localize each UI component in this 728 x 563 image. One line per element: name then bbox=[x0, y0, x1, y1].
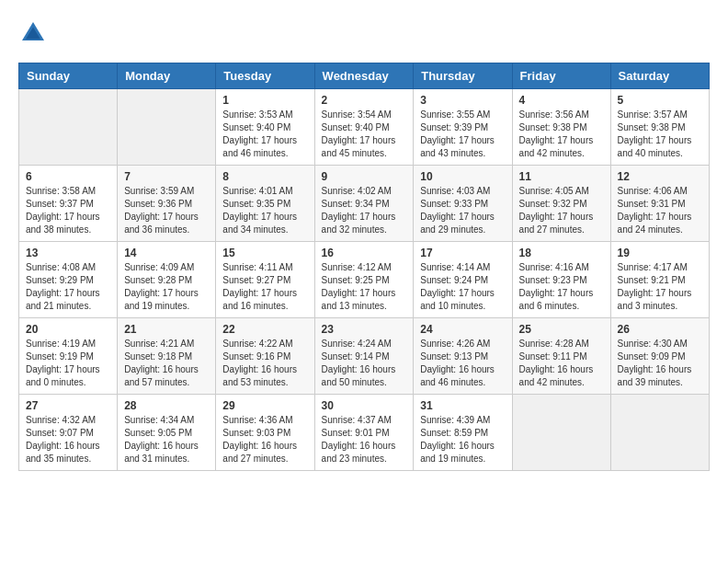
logo bbox=[18, 18, 53, 48]
day-of-week-header: Wednesday bbox=[314, 63, 414, 89]
calendar-cell bbox=[19, 89, 118, 166]
day-number: 18 bbox=[519, 247, 604, 259]
day-number: 27 bbox=[26, 399, 110, 412]
day-info: Sunrise: 3:58 AMSunset: 9:37 PMDaylight:… bbox=[26, 185, 110, 236]
day-info: Sunrise: 4:34 AMSunset: 9:05 PMDaylight:… bbox=[124, 414, 209, 465]
calendar-cell: 11Sunrise: 4:05 AMSunset: 9:32 PMDayligh… bbox=[512, 166, 610, 242]
day-info: Sunrise: 4:14 AMSunset: 9:24 PMDaylight:… bbox=[420, 261, 505, 313]
day-number: 8 bbox=[222, 170, 307, 183]
calendar-cell: 9Sunrise: 4:02 AMSunset: 9:34 PMDaylight… bbox=[314, 166, 414, 242]
day-info: Sunrise: 4:05 AMSunset: 9:32 PMDaylight:… bbox=[519, 185, 604, 236]
day-number: 31 bbox=[420, 399, 505, 412]
calendar-week-row: 1Sunrise: 3:53 AMSunset: 9:40 PMDaylight… bbox=[19, 89, 710, 166]
calendar-cell: 10Sunrise: 4:03 AMSunset: 9:33 PMDayligh… bbox=[414, 166, 512, 242]
day-info: Sunrise: 4:19 AMSunset: 9:19 PMDaylight:… bbox=[26, 338, 110, 389]
day-info: Sunrise: 4:32 AMSunset: 9:07 PMDaylight:… bbox=[26, 414, 110, 465]
page-header bbox=[18, 18, 710, 48]
day-number: 2 bbox=[322, 94, 407, 107]
calendar-cell: 6Sunrise: 3:58 AMSunset: 9:37 PMDaylight… bbox=[19, 166, 118, 242]
calendar-cell: 4Sunrise: 3:56 AMSunset: 9:38 PMDaylight… bbox=[512, 89, 610, 166]
calendar-cell bbox=[512, 395, 610, 471]
day-number: 6 bbox=[26, 170, 110, 183]
day-number: 15 bbox=[222, 247, 307, 259]
calendar-cell: 30Sunrise: 4:37 AMSunset: 9:01 PMDayligh… bbox=[314, 395, 414, 471]
day-info: Sunrise: 4:01 AMSunset: 9:35 PMDaylight:… bbox=[222, 185, 307, 236]
day-info: Sunrise: 3:57 AMSunset: 9:38 PMDaylight:… bbox=[618, 109, 702, 160]
calendar-week-row: 20Sunrise: 4:19 AMSunset: 9:19 PMDayligh… bbox=[19, 318, 710, 395]
day-of-week-header: Monday bbox=[118, 63, 216, 89]
day-of-week-header: Thursday bbox=[414, 63, 512, 89]
day-number: 24 bbox=[420, 323, 505, 336]
day-of-week-header: Friday bbox=[512, 63, 610, 89]
day-number: 7 bbox=[124, 170, 209, 183]
day-number: 20 bbox=[26, 323, 110, 336]
day-number: 10 bbox=[420, 170, 505, 183]
day-number: 23 bbox=[322, 323, 407, 336]
day-info: Sunrise: 3:55 AMSunset: 9:39 PMDaylight:… bbox=[420, 109, 505, 160]
calendar-table: SundayMondayTuesdayWednesdayThursdayFrid… bbox=[18, 63, 710, 471]
day-info: Sunrise: 4:39 AMSunset: 8:59 PMDaylight:… bbox=[420, 414, 505, 465]
calendar-cell: 8Sunrise: 4:01 AMSunset: 9:35 PMDaylight… bbox=[216, 166, 314, 242]
day-info: Sunrise: 4:36 AMSunset: 9:03 PMDaylight:… bbox=[222, 414, 307, 465]
day-number: 29 bbox=[222, 399, 307, 412]
day-number: 5 bbox=[618, 94, 702, 107]
day-info: Sunrise: 4:21 AMSunset: 9:18 PMDaylight:… bbox=[124, 338, 209, 389]
calendar-cell: 28Sunrise: 4:34 AMSunset: 9:05 PMDayligh… bbox=[118, 395, 216, 471]
day-number: 17 bbox=[420, 247, 505, 259]
calendar-cell: 1Sunrise: 3:53 AMSunset: 9:40 PMDaylight… bbox=[216, 89, 314, 166]
calendar-cell: 22Sunrise: 4:22 AMSunset: 9:16 PMDayligh… bbox=[216, 318, 314, 395]
day-info: Sunrise: 4:16 AMSunset: 9:23 PMDaylight:… bbox=[519, 261, 604, 313]
calendar-cell: 14Sunrise: 4:09 AMSunset: 9:28 PMDayligh… bbox=[118, 242, 216, 318]
day-info: Sunrise: 4:17 AMSunset: 9:21 PMDaylight:… bbox=[618, 261, 702, 313]
calendar-cell: 7Sunrise: 3:59 AMSunset: 9:36 PMDaylight… bbox=[118, 166, 216, 242]
day-number: 22 bbox=[222, 323, 307, 336]
calendar-cell: 29Sunrise: 4:36 AMSunset: 9:03 PMDayligh… bbox=[216, 395, 314, 471]
day-info: Sunrise: 4:28 AMSunset: 9:11 PMDaylight:… bbox=[519, 338, 604, 389]
calendar-cell: 12Sunrise: 4:06 AMSunset: 9:31 PMDayligh… bbox=[610, 166, 709, 242]
calendar-cell: 15Sunrise: 4:11 AMSunset: 9:27 PMDayligh… bbox=[216, 242, 314, 318]
calendar-cell: 3Sunrise: 3:55 AMSunset: 9:39 PMDaylight… bbox=[414, 89, 512, 166]
day-number: 26 bbox=[618, 323, 702, 336]
day-number: 3 bbox=[420, 94, 505, 107]
day-info: Sunrise: 4:06 AMSunset: 9:31 PMDaylight:… bbox=[618, 185, 702, 236]
day-info: Sunrise: 4:22 AMSunset: 9:16 PMDaylight:… bbox=[222, 338, 307, 389]
calendar-week-row: 27Sunrise: 4:32 AMSunset: 9:07 PMDayligh… bbox=[19, 395, 710, 471]
day-number: 28 bbox=[124, 399, 209, 412]
day-info: Sunrise: 4:11 AMSunset: 9:27 PMDaylight:… bbox=[222, 261, 307, 313]
day-info: Sunrise: 4:30 AMSunset: 9:09 PMDaylight:… bbox=[618, 338, 702, 389]
day-number: 11 bbox=[519, 170, 604, 183]
day-number: 12 bbox=[618, 170, 702, 183]
day-info: Sunrise: 4:08 AMSunset: 9:29 PMDaylight:… bbox=[26, 261, 110, 313]
day-info: Sunrise: 4:03 AMSunset: 9:33 PMDaylight:… bbox=[420, 185, 505, 236]
calendar-week-row: 6Sunrise: 3:58 AMSunset: 9:37 PMDaylight… bbox=[19, 166, 710, 242]
day-number: 30 bbox=[322, 399, 407, 412]
day-number: 9 bbox=[322, 170, 407, 183]
calendar-cell: 21Sunrise: 4:21 AMSunset: 9:18 PMDayligh… bbox=[118, 318, 216, 395]
day-number: 19 bbox=[618, 247, 702, 259]
calendar-cell: 25Sunrise: 4:28 AMSunset: 9:11 PMDayligh… bbox=[512, 318, 610, 395]
calendar-week-row: 13Sunrise: 4:08 AMSunset: 9:29 PMDayligh… bbox=[19, 242, 710, 318]
day-number: 21 bbox=[124, 323, 209, 336]
calendar-cell: 20Sunrise: 4:19 AMSunset: 9:19 PMDayligh… bbox=[19, 318, 118, 395]
day-info: Sunrise: 4:26 AMSunset: 9:13 PMDaylight:… bbox=[420, 338, 505, 389]
calendar-cell bbox=[610, 395, 709, 471]
day-info: Sunrise: 4:02 AMSunset: 9:34 PMDaylight:… bbox=[322, 185, 407, 236]
day-info: Sunrise: 3:56 AMSunset: 9:38 PMDaylight:… bbox=[519, 109, 604, 160]
day-number: 16 bbox=[322, 247, 407, 259]
calendar-cell: 5Sunrise: 3:57 AMSunset: 9:38 PMDaylight… bbox=[610, 89, 709, 166]
day-number: 25 bbox=[519, 323, 604, 336]
calendar-cell: 2Sunrise: 3:54 AMSunset: 9:40 PMDaylight… bbox=[314, 89, 414, 166]
day-number: 13 bbox=[26, 247, 110, 259]
day-info: Sunrise: 4:09 AMSunset: 9:28 PMDaylight:… bbox=[124, 261, 209, 313]
calendar-cell: 24Sunrise: 4:26 AMSunset: 9:13 PMDayligh… bbox=[414, 318, 512, 395]
day-number: 1 bbox=[222, 94, 307, 107]
calendar-header-row: SundayMondayTuesdayWednesdayThursdayFrid… bbox=[19, 63, 710, 89]
day-number: 14 bbox=[124, 247, 209, 259]
calendar-cell: 23Sunrise: 4:24 AMSunset: 9:14 PMDayligh… bbox=[314, 318, 414, 395]
day-info: Sunrise: 4:12 AMSunset: 9:25 PMDaylight:… bbox=[322, 261, 407, 313]
day-of-week-header: Sunday bbox=[19, 63, 118, 89]
calendar-cell: 17Sunrise: 4:14 AMSunset: 9:24 PMDayligh… bbox=[414, 242, 512, 318]
calendar-cell: 16Sunrise: 4:12 AMSunset: 9:25 PMDayligh… bbox=[314, 242, 414, 318]
day-info: Sunrise: 3:53 AMSunset: 9:40 PMDaylight:… bbox=[222, 109, 307, 160]
day-info: Sunrise: 4:37 AMSunset: 9:01 PMDaylight:… bbox=[322, 414, 407, 465]
